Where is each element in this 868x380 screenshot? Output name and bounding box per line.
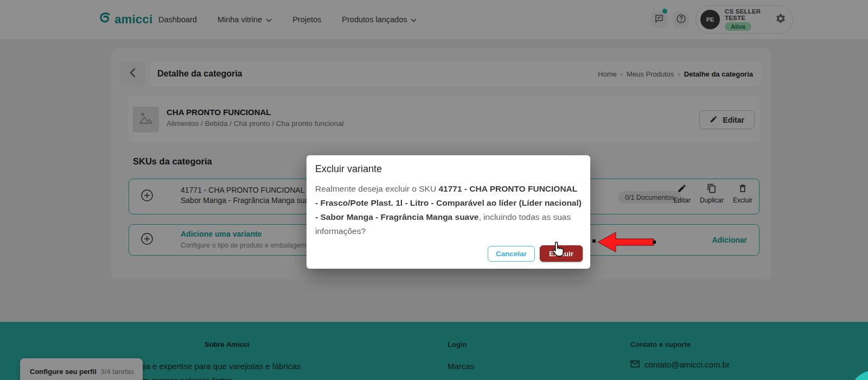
cancel-button[interactable]: Cancelar xyxy=(488,246,535,262)
modal-title: Excluir variante xyxy=(315,163,583,175)
modal-actions: Cancelar Excluir xyxy=(315,245,583,262)
delete-variant-modal: Excluir variante Realmente deseja exclui… xyxy=(307,155,590,269)
modal-body-prefix: Realmente deseja excluir o SKU xyxy=(315,184,438,193)
mouse-cursor-icon xyxy=(550,241,567,262)
app-window: amicci Dashboard Minha vitrine Projetos … xyxy=(0,0,868,380)
modal-body: Realmente deseja excluir o SKU 41771 - C… xyxy=(315,182,582,238)
annotation-arrow xyxy=(591,230,660,257)
